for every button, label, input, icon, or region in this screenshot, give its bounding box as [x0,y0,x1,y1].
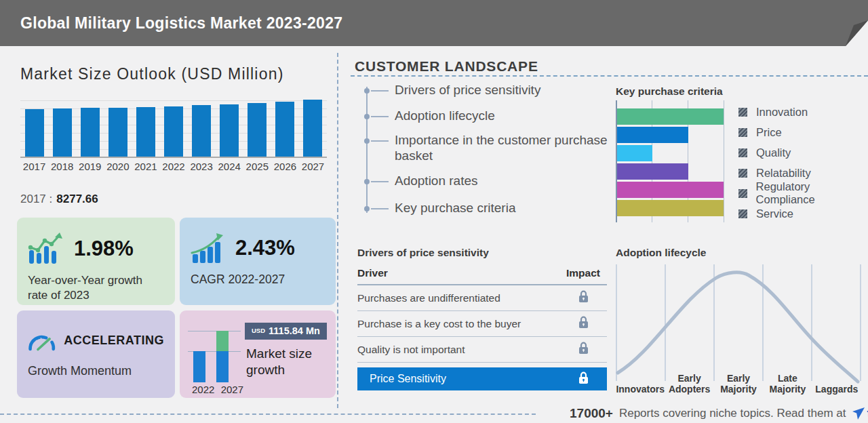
cagr-label: CAGR 2022-2027 [191,272,325,287]
currency-label: USD [252,327,265,334]
legend-item: Quality [738,142,868,163]
landscape-item-label: Importance in the customer purchase bask… [395,132,608,163]
list-connector-dash [371,140,389,142]
chart-column: 2017 [20,97,48,172]
lifecycle-stage-label: Early Majority [714,370,763,395]
key-purchase-criteria-chart [616,100,725,222]
cagr-value: 2.43% [235,236,295,260]
list-connector-line [366,87,368,213]
base-year-note: 2017 :8277.66 [20,193,98,206]
footer-text: Reports covering niche topics. Read them… [619,407,846,420]
year-tick-label: 2021 [134,161,157,172]
market-size-bar [25,109,44,157]
impact-column-header: Impact [559,267,607,279]
mini-year-end: 2027 [221,384,243,395]
mini-year-start: 2022 [192,384,214,395]
momentum-card: ACCELERATING Growth Momentum [17,310,175,398]
criteria-bar [617,145,652,161]
legend-label: Price [756,126,782,139]
legend-label: Innovation [756,106,808,119]
adoption-lifecycle-stages: InnovatorsEarly AdoptersEarly MajorityLa… [616,370,861,395]
year-tick-label: 2019 [79,161,101,172]
year-tick-label: 2018 [51,161,73,172]
adoption-lifecycle-title: Adoption lifecycle [616,247,707,259]
driver-label: Purchases are undifferentiated [357,292,500,304]
criteria-bar [617,182,724,198]
chart-column: 2027 [299,97,327,172]
list-bullet-dot [364,179,370,184]
page-fold-decoration [800,0,868,46]
price-sensitivity-label: Price Sensitivity [370,373,446,385]
speedometer-icon [28,325,56,355]
mini-bar-2027-growth [216,331,229,351]
driver-row: Purchase is a key cost to the buyer [357,311,607,337]
lifecycle-stage-label: Late Majority [763,370,812,395]
yoy-growth-label: Year-over-Year growth rate of 2023 [28,273,164,303]
page-title: Global Military Logistics Market 2023-20… [20,14,342,33]
market-size-bar [108,108,127,157]
lock-icon [578,290,589,303]
stat-cards: 1.98% Year-over-Year growth rate of 2023… [17,218,336,398]
landscape-item-label: Key purchase criteria [395,200,608,216]
technavio-arrow-icon [852,407,865,420]
legend-swatch-icon [738,108,747,117]
year-tick-label: 2026 [274,161,296,172]
growth-amount: 1115.84 Mn [269,325,320,336]
lifecycle-stage-label: Innovators [616,370,665,395]
market-size-bar [81,108,100,157]
legend-swatch-icon [738,209,747,218]
driver-label: Purchase is a key cost to the buyer [357,318,521,330]
market-size-bar [220,104,239,157]
market-size-bar [136,107,155,157]
year-tick-label: 2017 [23,161,45,172]
lock-icon [578,342,589,355]
market-size-outlook-title: Market Size Outlook (USD Million) [20,65,284,83]
year-tick-label: 2023 [190,161,212,172]
bell-curve-graphic [616,263,861,384]
market-size-bar [275,102,294,157]
yoy-growth-card: 1.98% Year-over-Year growth rate of 2023 [17,218,175,305]
lifecycle-stage-label: Laggards [812,370,861,395]
footer-dashed-line [0,414,536,415]
year-tick-label: 2025 [246,161,269,172]
list-connector-dash [371,90,389,92]
list-connector-dash [371,181,389,182]
yoy-growth-value: 1.98% [74,237,134,261]
legend-item: Service [738,203,868,224]
criteria-bar [617,127,688,143]
chart-column: 2023 [188,97,216,172]
landscape-item-label: Adoption rates [395,173,608,188]
list-connector-dash [371,116,389,117]
legend-label: Regulatory Compliance [756,180,868,206]
legend-label: Relatability [756,167,811,180]
price-sensitivity-highlight-row: Price Sensitivity [357,367,607,390]
growth-curve-icon [191,233,227,264]
report-count: 17000+ [570,406,613,421]
lock-icon [578,371,589,384]
market-size-bar-chart: 2017201820192020202120222023202420252026… [20,97,327,173]
price-sensitivity-drivers-table: Driver Impact Purchases are undifferenti… [357,267,607,390]
chart-column: 2020 [104,97,132,172]
mini-bar-2022 [193,351,205,382]
legend-item: Innovation [738,102,868,122]
key-purchase-criteria-title: Key purchase criteria [616,85,723,98]
header-bar: Global Military Logistics Market 2023-20… [0,0,868,46]
legend-item: Price [738,122,868,142]
driver-column-header: Driver [357,267,388,279]
chart-column: 2018 [48,97,76,172]
chart-column: 2024 [216,97,243,172]
price-sensitivity-drivers-title: Drivers of price sensitivity [357,247,489,259]
technavio-logo[interactable]: technavio ™ [852,405,868,422]
base-year-value: 8277.66 [56,193,98,205]
legend-item: Regulatory Compliance [738,183,868,203]
customer-landscape-list: Drivers of price sensitivityAdoption lif… [366,81,610,220]
list-bullet-dot [364,88,370,94]
gridline [724,100,724,222]
year-tick-label: 2020 [106,161,129,172]
chart-column: 2021 [132,97,159,172]
market-size-bar [192,105,211,157]
lifecycle-stage-label: Early Adopters [665,370,713,395]
criteria-bar [617,163,688,180]
chart-column: 2025 [243,97,271,172]
market-size-bar [53,108,72,157]
